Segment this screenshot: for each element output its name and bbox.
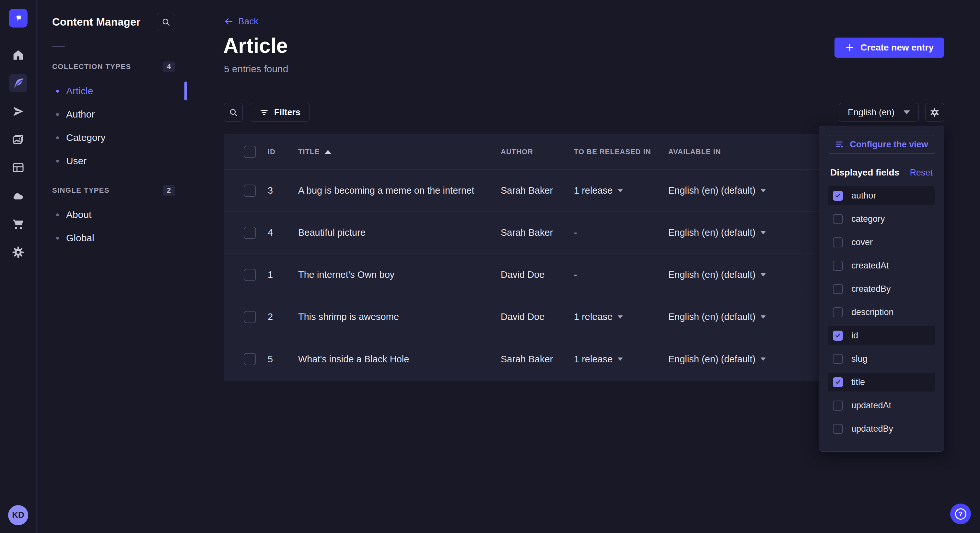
home-icon[interactable] bbox=[9, 46, 27, 64]
avatar[interactable]: KD bbox=[8, 505, 28, 525]
checkbox[interactable] bbox=[833, 331, 843, 341]
column-header-released[interactable]: TO BE RELEASED IN bbox=[574, 148, 668, 156]
column-header-id[interactable]: ID bbox=[268, 148, 298, 156]
sidebar-item-label: About bbox=[66, 209, 91, 220]
question-mark-icon: ? bbox=[955, 508, 966, 520]
sidebar-item-label: Article bbox=[66, 86, 93, 97]
field-toggle-id[interactable]: id bbox=[828, 326, 935, 345]
column-header-author[interactable]: AUTHOR bbox=[501, 148, 574, 156]
sidebar-item-article[interactable]: Article bbox=[52, 82, 175, 100]
displayed-fields-label: Displayed fields bbox=[830, 167, 899, 178]
create-new-entry-button[interactable]: Create new entry bbox=[835, 38, 944, 58]
check-icon bbox=[835, 192, 842, 199]
bullet-icon bbox=[56, 136, 59, 139]
select-all-checkbox[interactable] bbox=[244, 146, 256, 158]
row-checkbox[interactable] bbox=[244, 227, 256, 239]
bullet-icon bbox=[56, 113, 59, 116]
checkbox[interactable] bbox=[833, 284, 843, 294]
field-toggle-updatedBy[interactable]: updatedBy bbox=[828, 419, 935, 438]
checkbox[interactable] bbox=[833, 307, 843, 317]
content-manager-feather-icon[interactable] bbox=[9, 74, 27, 92]
entries-count: 5 entries found bbox=[224, 63, 288, 75]
checkbox[interactable] bbox=[833, 237, 843, 247]
table-search-button[interactable] bbox=[224, 103, 243, 122]
strapi-logo-glyph bbox=[13, 13, 24, 24]
bullet-icon bbox=[56, 213, 59, 216]
chevron-down-icon bbox=[760, 273, 766, 276]
field-toggle-description[interactable]: description bbox=[828, 303, 935, 322]
reset-button[interactable]: Reset bbox=[910, 168, 933, 178]
cell-id: 5 bbox=[268, 354, 298, 365]
cell-title: Beautiful picture bbox=[298, 227, 501, 238]
cloud-icon[interactable] bbox=[9, 187, 27, 205]
release-plane-icon[interactable] bbox=[9, 102, 27, 121]
view-settings-button[interactable] bbox=[925, 103, 944, 122]
strapi-logo[interactable] bbox=[9, 9, 27, 27]
media-library-icon[interactable] bbox=[9, 130, 27, 149]
sidebar-item-author[interactable]: Author bbox=[52, 105, 175, 124]
field-toggle-list: author category cover createdAt createdB… bbox=[828, 186, 935, 438]
checkbox[interactable] bbox=[833, 354, 843, 364]
sidebar-item-category[interactable]: Category bbox=[52, 128, 175, 147]
sidebar-item-user[interactable]: User bbox=[52, 152, 175, 170]
cell-released[interactable]: 1 release bbox=[574, 185, 668, 196]
locale-select[interactable]: English (en) bbox=[839, 103, 919, 122]
field-toggle-createdBy[interactable]: createdBy bbox=[828, 279, 935, 298]
checkbox[interactable] bbox=[833, 191, 843, 201]
row-checkbox[interactable] bbox=[244, 269, 256, 281]
field-toggle-category[interactable]: category bbox=[828, 209, 935, 228]
checkbox[interactable] bbox=[833, 214, 843, 224]
column-header-title[interactable]: TITLE bbox=[298, 148, 501, 156]
field-toggle-title[interactable]: title bbox=[828, 373, 935, 392]
checkbox[interactable] bbox=[833, 401, 843, 411]
chevron-down-icon bbox=[760, 189, 766, 192]
cell-author: David Doe bbox=[501, 311, 574, 322]
sidebar-title: Content Manager bbox=[52, 16, 141, 28]
cell-author: Sarah Baker bbox=[501, 354, 574, 365]
check-icon bbox=[835, 379, 842, 385]
checkbox[interactable] bbox=[833, 377, 843, 387]
cell-id: 1 bbox=[268, 270, 298, 280]
list-settings-icon bbox=[835, 140, 845, 149]
cell-released[interactable]: 1 release bbox=[574, 311, 668, 322]
settings-gear-icon[interactable] bbox=[9, 243, 27, 261]
arrow-left-icon bbox=[224, 16, 234, 26]
cell-author: Sarah Baker bbox=[501, 227, 574, 238]
field-toggle-slug[interactable]: slug bbox=[828, 349, 935, 368]
cell-released[interactable]: - bbox=[574, 227, 668, 238]
row-checkbox[interactable] bbox=[244, 311, 256, 323]
plus-icon bbox=[845, 43, 854, 52]
row-checkbox[interactable] bbox=[244, 185, 256, 197]
sidebar-search-button[interactable] bbox=[157, 13, 175, 31]
row-checkbox[interactable] bbox=[244, 353, 256, 365]
count-badge: 4 bbox=[163, 62, 175, 72]
chevron-down-icon bbox=[618, 189, 623, 192]
check-icon bbox=[835, 332, 842, 339]
configure-view-button[interactable]: Configure the view bbox=[828, 135, 935, 154]
field-toggle-createdAt[interactable]: createdAt bbox=[828, 256, 935, 275]
back-link[interactable]: Back bbox=[224, 16, 258, 27]
sidebar-item-global[interactable]: Global bbox=[52, 228, 175, 247]
field-toggle-updatedAt[interactable]: updatedAt bbox=[828, 396, 935, 415]
chevron-down-icon bbox=[618, 357, 623, 361]
filters-button[interactable]: Filters bbox=[250, 103, 310, 122]
content-type-builder-icon[interactable] bbox=[9, 159, 27, 177]
sidebar-divider bbox=[52, 46, 65, 47]
help-button[interactable]: ? bbox=[950, 503, 971, 524]
cell-released[interactable]: - bbox=[574, 270, 668, 280]
cell-released[interactable]: 1 release bbox=[574, 354, 668, 365]
marketplace-cart-icon[interactable] bbox=[9, 215, 27, 233]
bullet-icon bbox=[56, 160, 59, 163]
checkbox[interactable] bbox=[833, 424, 843, 434]
sidebar-item-about[interactable]: About bbox=[52, 205, 175, 224]
sidebar-item-label: Category bbox=[66, 132, 106, 143]
field-toggle-author[interactable]: author bbox=[828, 186, 935, 205]
checkbox[interactable] bbox=[833, 261, 843, 271]
rail-icon-list bbox=[9, 46, 27, 261]
sidebar-item-label: Author bbox=[66, 109, 95, 120]
field-toggle-cover[interactable]: cover bbox=[828, 233, 935, 252]
cell-author: David Doe bbox=[501, 270, 574, 280]
view-settings-popover: Configure the view Displayed fields Rese… bbox=[819, 125, 944, 452]
chevron-down-icon bbox=[618, 316, 623, 319]
toolbar-right: English (en) bbox=[839, 103, 944, 122]
